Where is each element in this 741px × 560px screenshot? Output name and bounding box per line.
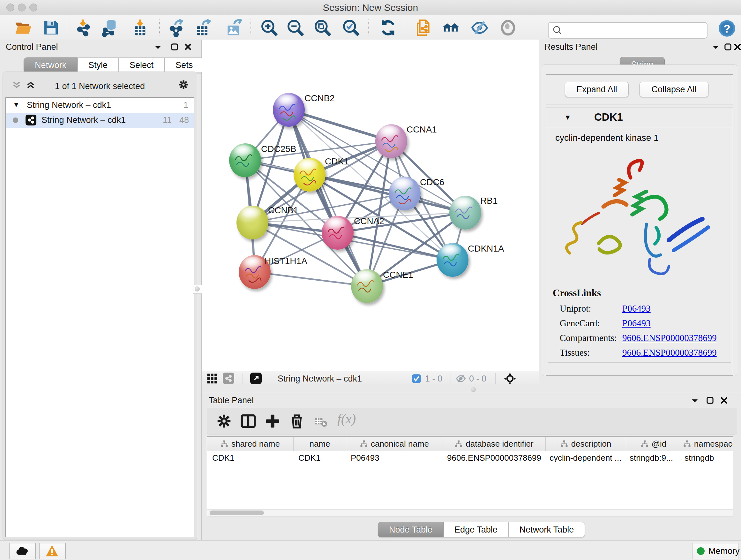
- column-header[interactable]: @id: [626, 437, 681, 451]
- tab-style[interactable]: Style: [77, 57, 119, 73]
- delete-table-icon[interactable]: [314, 415, 331, 432]
- float-panel-icon[interactable]: [171, 43, 179, 52]
- network-edge[interactable]: [255, 272, 367, 286]
- network-collection-row[interactable]: ▼ String Network – cdk1 1: [6, 98, 194, 113]
- table-cell[interactable]: CDK1: [293, 451, 346, 464]
- export-network-icon[interactable]: [168, 19, 186, 37]
- left-splitter-handle[interactable]: [193, 285, 202, 294]
- table-hscroll-thumb[interactable]: [210, 510, 264, 515]
- save-session-icon[interactable]: [42, 19, 60, 37]
- hidden-count: 0 - 0: [469, 374, 486, 384]
- tab-network[interactable]: Network: [23, 57, 77, 73]
- table-settings-gear-icon[interactable]: [215, 413, 232, 430]
- import-table-icon[interactable]: [131, 19, 149, 37]
- warning-status-button[interactable]: [39, 543, 66, 559]
- network-node-CCNB2[interactable]: [273, 93, 305, 127]
- crosslink-link[interactable]: P06493: [622, 318, 651, 328]
- search-box: [548, 22, 708, 39]
- table-row[interactable]: CDK1CDK1P064939606.ENSP00000378699cyclin…: [207, 451, 733, 464]
- column-header[interactable]: name: [293, 437, 346, 451]
- network-node-CCNE1[interactable]: [351, 269, 383, 303]
- hidden-eye-icon[interactable]: [456, 374, 466, 385]
- open-folder-icon[interactable]: [14, 19, 32, 37]
- network-node-CDC6[interactable]: [389, 177, 421, 210]
- string-network-icon[interactable]: [223, 373, 234, 384]
- zoom-fit-icon[interactable]: [314, 19, 332, 37]
- delete-column-trash-icon[interactable]: [288, 413, 306, 430]
- zoom-in-icon[interactable]: [260, 19, 278, 37]
- close-panel-icon[interactable]: [733, 43, 741, 52]
- create-column-plus-icon[interactable]: [264, 413, 281, 430]
- import-network-database-icon[interactable]: [102, 19, 119, 37]
- panel-menu-icon[interactable]: [690, 397, 699, 405]
- table-cell[interactable]: 9606.ENSP00000378699: [442, 451, 544, 464]
- crosslink-link[interactable]: 9606.ENSP00000378699: [622, 348, 717, 358]
- selected-checkbox-icon[interactable]: [412, 374, 421, 385]
- first-neighbors-icon[interactable]: [442, 19, 460, 37]
- column-header[interactable]: namespace: [681, 437, 733, 451]
- tab-network-table[interactable]: Network Table: [509, 522, 585, 537]
- column-header[interactable]: canonical name: [346, 437, 443, 451]
- toolbar-divider: [368, 19, 368, 36]
- toolbar-divider: [159, 19, 160, 36]
- bottom-splitter-handle[interactable]: [471, 387, 476, 392]
- entry-header[interactable]: ▼ CDK1: [546, 108, 733, 128]
- network-node-CDK1[interactable]: [293, 158, 326, 192]
- network-node-CDKN1A[interactable]: [436, 243, 468, 277]
- float-panel-icon[interactable]: [724, 43, 732, 52]
- column-header[interactable]: shared name: [207, 437, 293, 451]
- node-label: CDK1: [325, 157, 349, 167]
- fit-content-crosshair-icon[interactable]: [503, 372, 516, 386]
- memory-button[interactable]: Memory: [692, 543, 738, 559]
- network-node-CDC25B[interactable]: [229, 143, 261, 177]
- hide-selected-icon[interactable]: [471, 19, 488, 37]
- search-input[interactable]: [566, 24, 702, 36]
- table-cell[interactable]: stringdb: [679, 451, 733, 464]
- network-row-selected[interactable]: String Network – cdk1 11 48: [6, 113, 194, 128]
- crosslink-link[interactable]: P06493: [622, 362, 651, 363]
- entry-collapse-icon[interactable]: ▼: [564, 113, 571, 122]
- birds-eye-grid-icon[interactable]: [207, 373, 218, 385]
- table-cell[interactable]: cyclin-dependent ...: [544, 451, 624, 464]
- network-options-gear-icon[interactable]: [178, 79, 189, 91]
- network-node-RB1[interactable]: [449, 196, 481, 230]
- show-columns-icon[interactable]: [240, 413, 257, 430]
- table-panel-title: Table Panel: [209, 395, 254, 406]
- table-cell[interactable]: P06493: [346, 451, 442, 464]
- collapse-all-button[interactable]: Collapse All: [639, 82, 709, 97]
- function-builder-icon[interactable]: f(x): [337, 411, 373, 428]
- table-hscrollbar[interactable]: [207, 509, 733, 516]
- network-node-CCNA2[interactable]: [322, 216, 354, 250]
- open-in-new-window-icon[interactable]: [250, 373, 262, 384]
- column-header[interactable]: database identifier: [443, 437, 546, 451]
- cloud-status-button[interactable]: [9, 543, 36, 559]
- collection-expand-icon[interactable]: ▼: [13, 101, 20, 109]
- crosslink-link[interactable]: P06493: [622, 303, 651, 314]
- tab-node-table[interactable]: Node Table: [378, 522, 444, 537]
- table-cell[interactable]: CDK1: [207, 451, 293, 464]
- network-node-CCNB1[interactable]: [237, 206, 268, 240]
- import-network-file-icon[interactable]: [75, 19, 93, 37]
- help-icon[interactable]: ?: [718, 19, 736, 37]
- tab-select[interactable]: Select: [119, 57, 165, 73]
- network-node-CCNA1[interactable]: [375, 124, 407, 158]
- tab-sets[interactable]: Sets: [165, 57, 204, 73]
- close-panel-icon[interactable]: [184, 43, 192, 52]
- expand-all-button[interactable]: Expand All: [565, 82, 629, 97]
- panel-menu-icon[interactable]: [154, 44, 162, 52]
- export-image-icon[interactable]: [225, 19, 243, 37]
- float-panel-icon[interactable]: [706, 396, 714, 406]
- show-all-icon[interactable]: [499, 19, 517, 37]
- refresh-icon[interactable]: [379, 19, 397, 37]
- crosslink-link[interactable]: 9606.ENSP00000378699: [622, 333, 717, 343]
- close-panel-icon[interactable]: [720, 396, 728, 406]
- column-header[interactable]: description: [546, 437, 626, 451]
- zoom-selected-icon[interactable]: [342, 19, 360, 37]
- zoom-out-icon[interactable]: [286, 19, 305, 37]
- network-canvas[interactable]: CCNB2CCNA1CDC25BCDK1CDC6RB1CCNB1CCNA2CDK…: [202, 40, 539, 371]
- panel-menu-icon[interactable]: [712, 44, 720, 52]
- copy-document-icon[interactable]: [414, 19, 432, 37]
- table-cell[interactable]: stringdb:9...: [624, 451, 679, 464]
- tab-edge-table[interactable]: Edge Table: [444, 522, 509, 537]
- export-table-icon[interactable]: [194, 19, 212, 37]
